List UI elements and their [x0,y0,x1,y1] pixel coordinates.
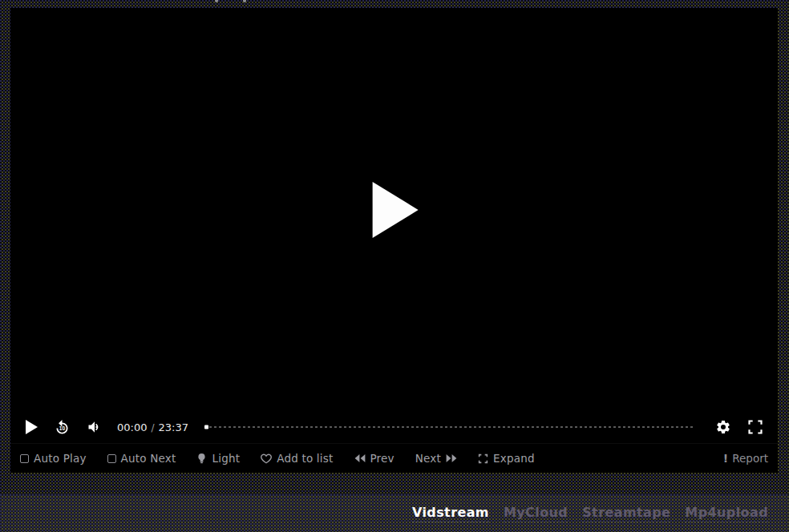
server-link-mycloud[interactable]: MyCloud [504,505,568,522]
auto-play-toggle[interactable]: Auto Play [20,452,87,465]
checkbox-icon[interactable] [107,454,116,463]
big-play-button[interactable] [372,182,418,238]
exclamation-icon: ! [723,453,728,464]
double-left-arrows-icon [354,453,366,463]
rewind-10-button[interactable]: 10 [49,419,75,436]
lightbulb-icon [196,453,207,464]
progress-bar[interactable] [204,421,693,433]
volume-icon [87,419,103,435]
double-right-arrows-icon [446,453,457,463]
cutoff-text-fragment [243,0,246,2]
prev-label: Prev [370,452,394,465]
video-player-page: { "player": { "controls": { "current_tim… [0,0,789,532]
report-button[interactable]: ! Report [723,452,768,465]
video-player: 10 00:00 / 23:37 [10,8,778,473]
add-to-list-label: Add to list [277,452,333,465]
svg-text:10: 10 [59,425,66,431]
next-label: Next [415,452,441,465]
current-time: 00:00 [117,421,147,433]
expand-label: Expand [493,452,535,465]
play-button[interactable] [20,420,42,434]
gear-icon [715,419,731,435]
server-link-streamtape[interactable]: Streamtape [582,505,670,522]
duration: 23:37 [159,421,188,433]
video-area[interactable] [10,8,778,411]
volume-button[interactable] [82,419,107,435]
rewind-10-icon: 10 [54,419,71,436]
next-episode-button[interactable]: Next [415,452,457,465]
light-toggle[interactable]: Light [196,452,240,465]
progress-track [204,426,693,428]
expand-button[interactable]: Expand [478,452,535,465]
heart-icon [261,453,272,464]
auto-next-label: Auto Next [121,452,176,465]
checkbox-icon[interactable] [20,454,29,463]
report-label: Report [732,452,768,465]
auto-play-label: Auto Play [34,452,87,465]
time-display: 00:00 / 23:37 [117,421,188,433]
auto-next-toggle[interactable]: Auto Next [107,452,176,465]
player-control-bar: 10 00:00 / 23:37 [10,411,778,443]
light-label: Light [212,452,240,465]
server-link-mp4upload[interactable]: Mp4upload [685,505,768,522]
add-to-list-button[interactable]: Add to list [261,452,333,465]
server-link-vidstream[interactable]: Vidstream [412,505,489,522]
prev-episode-button[interactable]: Prev [354,452,394,465]
player-toolbar: Auto Play Auto Next Light Add to list [10,443,778,473]
playhead-dot[interactable] [204,425,208,429]
settings-button[interactable] [710,419,736,435]
fullscreen-icon [747,419,763,435]
play-icon [25,420,38,434]
time-separator: / [151,422,154,433]
fullscreen-button[interactable] [742,419,768,435]
cutoff-text-fragment [215,0,218,2]
expand-icon [478,453,488,464]
server-list: Vidstream MyCloud Streamtape Mp4upload [0,494,789,532]
